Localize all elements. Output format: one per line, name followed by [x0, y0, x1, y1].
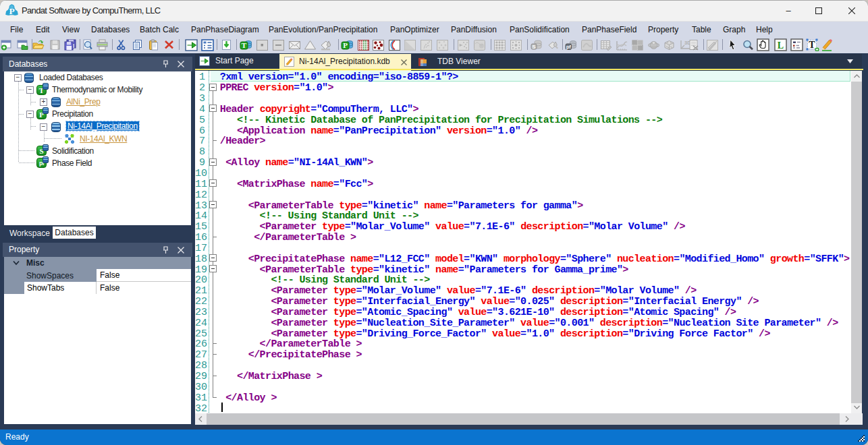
svg-text:T: T: [809, 40, 815, 50]
svg-text:pf: pf: [566, 43, 571, 49]
svg-text:L: L: [777, 40, 783, 51]
svg-text:S: S: [532, 43, 536, 49]
svg-text:P: P: [9, 6, 14, 16]
svg-text:T: T: [241, 41, 246, 49]
svg-text:P: P: [343, 41, 348, 49]
